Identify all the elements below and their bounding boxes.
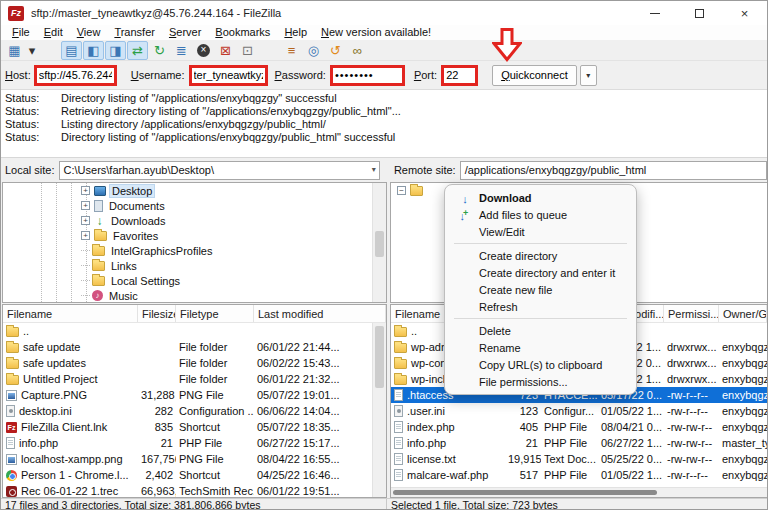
local-tree-scrollbar[interactable] [372,183,386,302]
toolbar-process-queue[interactable]: ≣ [171,41,192,60]
column-header[interactable]: Last modified [254,305,386,322]
menu-server[interactable]: Server [162,25,208,40]
password-input[interactable] [330,65,405,86]
port-input[interactable] [441,65,478,86]
minimize-button[interactable] [632,1,677,25]
menu-item-create-directory-and-enter[interactable]: Create directory and enter it [445,264,636,281]
maximize-button[interactable] [677,1,722,25]
expander-icon[interactable] [81,280,90,281]
local-tree-item-favorites[interactable]: + Favorites [3,228,386,243]
column-header[interactable]: Filesize [138,305,176,322]
menu-edit[interactable]: Edit [37,25,70,40]
remote-row-malcare-waf-php[interactable]: malcare-waf.php 517 PHP File 01/05/22 1.… [391,467,767,483]
menu-item-add-files-to-queue[interactable]: ↓+ Add files to queue [445,206,636,223]
toolbar-sep-1[interactable] [39,41,60,60]
expander-icon[interactable] [81,250,90,251]
menu-item-create-directory[interactable]: Create directory [445,247,636,264]
username-input[interactable] [189,65,268,86]
local-tree-item-intelgraphicsprofiles[interactable]: IntelGraphicsProfiles [3,243,386,258]
remote-list-horizontal-scrollbar[interactable] [391,487,767,497]
menu-item-delete[interactable]: Delete [445,322,636,339]
remote-row-index-php[interactable]: index.php 405 PHP File 08/04/21 0... -rw… [391,419,767,435]
local-row-parent[interactable]: .. [3,323,386,339]
remote-row-info-php[interactable]: info.php 21 PHP File 06/27/22 1... -rw-r… [391,435,767,451]
folder-icon [94,231,107,241]
local-row-localhost-xampp-png[interactable]: localhost-xampp.png 167,756 PNG File 08/… [3,451,386,467]
toolbar-toggle-transfer-queue[interactable]: ⇄ [127,41,148,60]
menu-item-sep-1[interactable] [454,243,627,244]
expander-icon[interactable]: + [81,186,90,195]
panel-splitter[interactable] [387,158,390,496]
toolbar-disconnect[interactable]: ⊠ [215,41,236,60]
file-icon [394,437,403,449]
expander-icon[interactable]: − [397,186,406,195]
local-tree-item-documents[interactable]: + Documents [3,198,386,213]
expander-icon[interactable] [81,265,90,266]
local-row-safe-updates[interactable]: safe updates File folder 06/02/22 15:43.… [3,355,386,371]
menu-item-view-edit[interactable]: View/Edit [445,223,636,240]
close-button[interactable]: × [722,1,767,25]
toolbar-sep-2[interactable] [259,41,280,60]
menu-bookmarks[interactable]: Bookmarks [208,25,277,40]
local-row-untitled-project[interactable]: Untitled Project File folder 06/01/22 21… [3,371,386,387]
expander-icon[interactable]: + [81,201,90,210]
local-tree-item-downloads[interactable]: + Downloads [3,213,386,228]
toolbar-filter[interactable]: ≡ [281,41,302,60]
toolbar-toggle-remote-tree[interactable]: ◨ [105,41,126,60]
toolbar-cancel[interactable]: × [193,41,214,60]
local-row-desktop-ini[interactable]: desktop.ini 282 Configuration ... 06/06/… [3,403,386,419]
toolbar-toggle-message-log[interactable]: ▤ [61,41,82,60]
local-tree-item-music[interactable]: Music [3,288,386,303]
toolbar-site-manager[interactable]: ▦ [4,41,25,60]
local-row-rec-06-01-22[interactable]: Rec 06-01-22 1.trec 66,963,6... TechSmit… [3,483,386,498]
menu-item-sep-2[interactable] [454,318,627,319]
scrollbar-thumb[interactable] [375,326,384,388]
toolbar-sync-browse[interactable]: ↺ [325,41,346,60]
menu-view[interactable]: View [70,25,108,40]
remote-site-selector[interactable]: /applications/enxybqgzgy/public_html [460,161,767,180]
column-header[interactable]: Filename [3,305,138,322]
remote-row-user-ini[interactable]: .user.ini 123 Configur... 01/05/22 1... … [391,403,767,419]
menu-help[interactable]: Help [277,25,314,40]
local-row-capture-png[interactable]: Capture.PNG 31,288 PNG File 05/07/22 19:… [3,387,386,403]
toolbar-toggle-local-tree[interactable]: ◧ [83,41,104,60]
local-site-selector[interactable]: C:\Users\farhan.ayub\Desktop\ ▾ [59,161,380,180]
menu-transfer[interactable]: Transfer [107,25,162,40]
column-header[interactable]: Filetype [176,305,254,322]
scrollbar-thumb[interactable] [393,490,657,495]
expander-icon[interactable] [81,295,90,296]
toolbar-search[interactable]: ∞ [347,41,368,60]
local-tree-item-links[interactable]: Links [3,258,386,273]
folder-icon [6,343,19,353]
menu-new-version[interactable]: New version available! [314,25,438,40]
toolbar-compare[interactable]: ◎ [303,41,324,60]
menu-item-copy-urls[interactable]: Copy URL(s) to clipboard [445,356,636,373]
music-icon [92,290,103,301]
expander-icon[interactable]: + [81,231,90,240]
quickconnect-dropdown-button[interactable]: ▾ [580,65,597,86]
menu-item-refresh[interactable]: Refresh [445,298,636,315]
menu-item-download[interactable]: ↓ Download [445,189,636,206]
local-row-filezilla-client-lnk[interactable]: FileZilla Client.lnk 835 Shortcut 05/07/… [3,419,386,435]
menu-file[interactable]: File [5,25,37,40]
menu-item-file-permissions[interactable]: File permissions... [445,373,636,390]
menu-item-rename[interactable]: Rename [445,339,636,356]
host-input[interactable] [34,65,117,86]
toolbar-site-manager-dropdown[interactable]: ▾ [26,41,38,60]
menu-item-create-new-file[interactable]: Create new file [445,281,636,298]
local-tree-item-local-settings[interactable]: Local Settings [3,273,386,288]
blank-icon [455,226,473,238]
remote-row-license-txt[interactable]: license.txt 19,915 Text Doc... 05/25/22 … [391,451,767,467]
local-row-person-1-chrome[interactable]: Person 1 - Chrome.l... 2,402 Shortcut 04… [3,467,386,483]
local-row-info-php[interactable]: info.php 21 PHP File 06/27/22 15:17... [3,435,386,451]
local-row-safe-update[interactable]: safe update File folder 06/01/22 21:44..… [3,339,386,355]
expander-icon[interactable]: + [81,216,90,225]
quickconnect-button[interactable]: Quickconnect [492,65,577,86]
local-list-scrollbar[interactable] [372,323,386,497]
toolbar-reconnect[interactable]: ⊡ [237,41,258,60]
column-header[interactable]: Owner/Gr... [719,305,767,322]
scrollbar-thumb[interactable] [375,231,384,257]
toolbar-refresh[interactable]: ↻ [149,41,170,60]
column-header[interactable]: Permissi... [664,305,719,322]
local-tree-item-desktop[interactable]: + Desktop [3,183,386,198]
